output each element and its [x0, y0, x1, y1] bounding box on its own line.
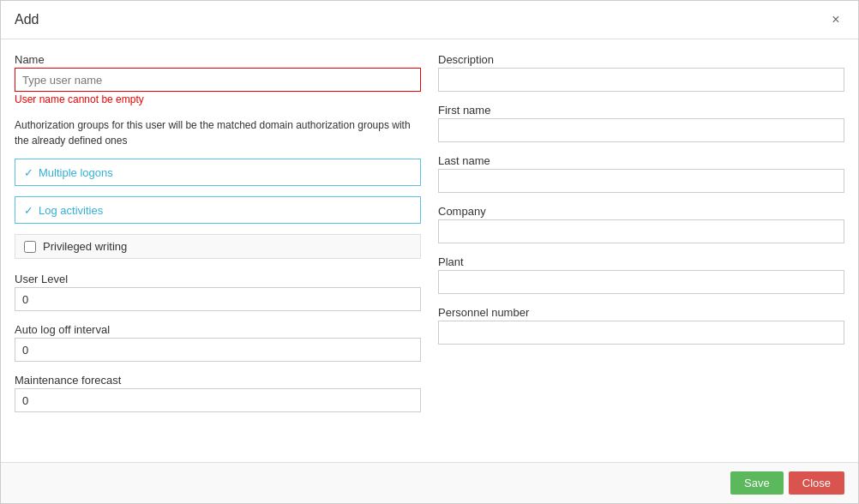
name-input[interactable] — [15, 68, 421, 92]
auto-logoff-input[interactable] — [15, 338, 421, 362]
left-column: Name User name cannot be empty Authoriza… — [15, 53, 421, 448]
company-group: Company — [438, 205, 844, 243]
maintenance-forecast-group: Maintenance forecast — [15, 374, 421, 412]
auto-logoff-label: Auto log off interval — [15, 323, 421, 336]
dialog-footer: Save Close — [1, 462, 858, 503]
company-input[interactable] — [438, 219, 844, 243]
log-activities-toggle[interactable]: ✓ Log activities — [15, 196, 421, 224]
description-label: Description — [438, 53, 844, 66]
personnel-group: Personnel number — [438, 306, 844, 345]
dialog-title: Add — [15, 12, 39, 27]
description-input[interactable] — [438, 68, 844, 92]
auth-info-text: Authorization groups for this user will … — [15, 117, 421, 148]
firstname-group: First name — [438, 104, 844, 142]
log-activities-label: Log activities — [39, 204, 103, 217]
lastname-group: Last name — [438, 154, 844, 193]
auto-logoff-group: Auto log off interval — [15, 323, 421, 362]
add-dialog: Add × Name User name cannot be empty Aut… — [0, 0, 859, 504]
user-level-label: User Level — [15, 273, 421, 285]
right-column: Description First name Last name Company… — [438, 53, 844, 448]
close-button[interactable]: Close — [789, 471, 844, 495]
log-activities-check-icon: ✓ — [24, 204, 33, 217]
user-level-input[interactable] — [15, 287, 421, 311]
multiple-logons-check-icon: ✓ — [24, 166, 33, 179]
maintenance-forecast-input[interactable] — [15, 388, 421, 412]
personnel-input[interactable] — [438, 321, 844, 345]
personnel-label: Personnel number — [438, 306, 844, 319]
company-label: Company — [438, 205, 844, 218]
user-level-group: User Level — [15, 273, 421, 311]
multiple-logons-toggle[interactable]: ✓ Multiple logons — [15, 159, 421, 186]
multiple-logons-label: Multiple logons — [39, 166, 113, 179]
dialog-body: Name User name cannot be empty Authoriza… — [1, 39, 858, 462]
privileged-writing-row: Privileged writing — [15, 234, 421, 259]
maintenance-forecast-label: Maintenance forecast — [15, 374, 421, 387]
name-label: Name — [15, 53, 421, 66]
description-group: Description — [438, 53, 844, 92]
plant-label: Plant — [438, 255, 844, 268]
dialog-header: Add × — [1, 1, 858, 39]
plant-group: Plant — [438, 255, 844, 294]
lastname-label: Last name — [438, 154, 844, 167]
firstname-input[interactable] — [438, 118, 844, 142]
privileged-writing-label: Privileged writing — [43, 240, 127, 253]
privileged-writing-checkbox[interactable] — [24, 241, 36, 253]
save-button[interactable]: Save — [730, 471, 784, 495]
name-field-group: Name User name cannot be empty — [15, 53, 421, 105]
plant-input[interactable] — [438, 270, 844, 294]
dialog-close-x-button[interactable]: × — [827, 11, 844, 28]
firstname-label: First name — [438, 104, 844, 117]
lastname-input[interactable] — [438, 169, 844, 193]
name-error-text: User name cannot be empty — [15, 93, 421, 105]
